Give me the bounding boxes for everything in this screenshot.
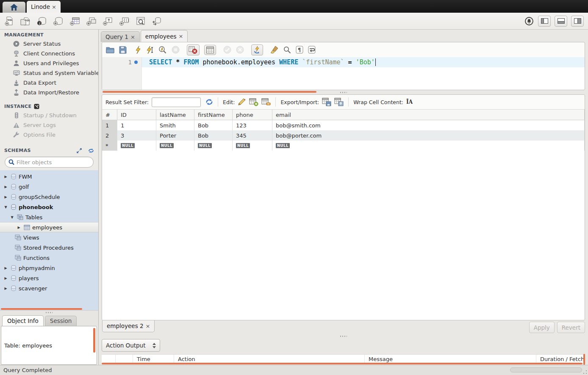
sql-code-area[interactable]: 1 SELECT * FROM phonebook.employees WHER… bbox=[102, 57, 585, 90]
create-view-icon[interactable] bbox=[86, 16, 97, 26]
toggle-output-area-button[interactable] bbox=[555, 16, 567, 27]
tree-item-phonebook[interactable]: phonebook bbox=[0, 202, 98, 212]
sidebar-item-options-file[interactable]: Options File bbox=[0, 130, 98, 140]
sidebar-item-server-logs[interactable]: Server Logs bbox=[0, 120, 98, 130]
sidebar-item-status-system-variables[interactable]: Status and System Variables bbox=[0, 68, 98, 78]
find-icon[interactable] bbox=[283, 46, 291, 54]
refresh-schemas-icon[interactable] bbox=[88, 148, 94, 153]
create-schema-icon[interactable] bbox=[53, 16, 64, 26]
refresh-results-icon[interactable] bbox=[205, 99, 213, 105]
output-horizontal-scrollbar[interactable] bbox=[102, 363, 582, 364]
table-row-new-placeholder[interactable]: * NULL NULL NULL NULL NULL bbox=[102, 141, 585, 151]
output-col-duration[interactable]: Duration / Fetch bbox=[536, 355, 585, 364]
editor-results-splitter[interactable] bbox=[99, 90, 588, 94]
explain-query-icon[interactable] bbox=[158, 46, 167, 54]
stop-query-icon[interactable] bbox=[172, 46, 180, 54]
tree-item-groupschedule[interactable]: groupSchedule bbox=[0, 192, 98, 202]
schema-inspector-icon[interactable]: i bbox=[36, 16, 47, 26]
expand-arrow-icon[interactable] bbox=[3, 276, 8, 280]
sql-statement[interactable]: SELECT * FROM phonebook.employees WHERE … bbox=[142, 57, 585, 67]
tab-employees[interactable]: employees × bbox=[141, 30, 188, 42]
sidebar-splitter[interactable] bbox=[0, 310, 98, 314]
expand-arrow-icon[interactable] bbox=[3, 195, 8, 199]
wrap-cell-content-icon[interactable]: ĪA bbox=[406, 99, 413, 105]
close-icon[interactable]: × bbox=[52, 4, 56, 10]
expand-arrow-icon[interactable] bbox=[3, 185, 8, 189]
expand-schemas-icon[interactable] bbox=[77, 148, 82, 153]
tab-query-1[interactable]: Query 1 × bbox=[101, 31, 140, 42]
close-icon[interactable]: × bbox=[130, 34, 135, 40]
tree-horizontal-scrollbar[interactable] bbox=[1, 308, 82, 310]
close-icon[interactable]: × bbox=[179, 33, 183, 39]
connection-tab-linode[interactable]: Linode × bbox=[27, 1, 61, 13]
sidebar-item-server-status[interactable]: Server Status bbox=[0, 39, 98, 49]
tree-item-golf[interactable]: golf bbox=[0, 182, 98, 192]
execute-current-statement-icon[interactable] bbox=[146, 46, 154, 54]
tab-session[interactable]: Session bbox=[45, 316, 77, 326]
commit-icon[interactable] bbox=[223, 46, 231, 54]
create-procedure-icon[interactable] bbox=[103, 16, 114, 26]
output-type-select[interactable]: Action Output bbox=[102, 339, 160, 352]
new-sql-tab-icon[interactable]: SQL bbox=[4, 16, 14, 26]
search-data-icon[interactable] bbox=[136, 16, 146, 26]
save-script-icon[interactable] bbox=[119, 46, 127, 54]
sidebar-item-client-connections[interactable]: Client Connections bbox=[0, 49, 98, 58]
column-header-rownum[interactable]: # bbox=[102, 110, 117, 120]
tree-item-views[interactable]: Views bbox=[0, 232, 98, 243]
open-sql-script-icon[interactable]: SQL bbox=[20, 16, 31, 26]
toggle-invisible-characters-icon[interactable]: ¶ bbox=[296, 46, 303, 54]
editor-horizontal-scrollbar[interactable] bbox=[103, 91, 316, 93]
tree-item-scavenger[interactable]: scavenger bbox=[0, 283, 98, 293]
expand-arrow-icon[interactable] bbox=[16, 226, 22, 229]
output-splitter[interactable] bbox=[99, 334, 588, 338]
toggle-sidebar-button[interactable] bbox=[538, 16, 551, 27]
sidebar-item-startup-shutdown[interactable]: Startup / Shutdown bbox=[0, 110, 98, 120]
collapse-arrow-icon[interactable] bbox=[9, 215, 15, 219]
tree-item-tables[interactable]: Tables bbox=[0, 212, 98, 222]
import-recordset-icon[interactable] bbox=[334, 98, 344, 106]
table-row[interactable]: 1 1 Smith Bob 123 bob@smith.com bbox=[102, 120, 585, 130]
output-vertical-scrollbar[interactable] bbox=[583, 354, 585, 365]
tab-object-info[interactable]: Object Info bbox=[2, 315, 44, 326]
output-col-action[interactable]: Action bbox=[174, 355, 365, 364]
result-set-tab-employees-2[interactable]: employees 2 × bbox=[102, 320, 155, 332]
migration-wizard-icon[interactable] bbox=[151, 16, 162, 26]
delete-row-icon[interactable] bbox=[261, 98, 271, 106]
sidebar-item-data-export[interactable]: Data Export bbox=[0, 78, 98, 88]
export-recordset-icon[interactable] bbox=[322, 98, 331, 106]
create-function-icon[interactable]: {()} bbox=[119, 16, 130, 26]
toggle-secondary-sidebar-button[interactable] bbox=[571, 16, 584, 27]
column-header-id[interactable]: ID bbox=[117, 110, 156, 120]
column-header-phone[interactable]: phone bbox=[233, 110, 272, 120]
statusbar-scrollbar-thumb[interactable] bbox=[510, 367, 582, 372]
schema-filter-input[interactable] bbox=[17, 159, 90, 165]
resize-grip[interactable] bbox=[583, 370, 587, 374]
toggle-word-wrap-icon[interactable] bbox=[308, 46, 316, 54]
object-info-scrollbar[interactable] bbox=[93, 328, 95, 353]
create-table-icon[interactable] bbox=[69, 16, 80, 26]
column-header-lastname[interactable]: lastName bbox=[156, 110, 194, 120]
execute-query-icon[interactable] bbox=[135, 46, 141, 54]
tree-item-employees[interactable]: employees bbox=[0, 222, 98, 232]
column-header-email[interactable]: email bbox=[272, 110, 585, 120]
column-header-firstname[interactable]: firstName bbox=[194, 110, 233, 120]
expand-arrow-icon[interactable] bbox=[3, 266, 8, 270]
expand-arrow-icon[interactable] bbox=[3, 287, 8, 290]
insert-row-icon[interactable] bbox=[249, 98, 258, 106]
rollback-icon[interactable] bbox=[236, 46, 244, 54]
sidebar-item-data-import[interactable]: Data Import/Restore bbox=[0, 88, 98, 97]
home-tab[interactable] bbox=[3, 2, 25, 13]
collapse-arrow-icon[interactable] bbox=[3, 205, 8, 209]
output-col-message[interactable]: Message bbox=[365, 355, 536, 364]
tree-item-phpmyadmin[interactable]: phpmyadmin bbox=[0, 263, 98, 273]
sql-line-1[interactable]: 1 SELECT * FROM phonebook.employees WHER… bbox=[102, 57, 585, 67]
tree-item-fwm[interactable]: FWM bbox=[0, 171, 98, 182]
beautify-script-icon[interactable] bbox=[270, 46, 279, 54]
expand-arrow-icon[interactable] bbox=[3, 175, 8, 179]
result-filter-input[interactable] bbox=[152, 97, 201, 107]
notifications-icon[interactable] bbox=[524, 16, 534, 26]
sidebar-item-users-privileges[interactable]: Users and Privileges bbox=[0, 58, 98, 68]
toggle-stop-on-error-button[interactable] bbox=[187, 44, 200, 55]
open-script-icon[interactable] bbox=[106, 46, 114, 53]
close-icon[interactable]: × bbox=[146, 323, 150, 329]
